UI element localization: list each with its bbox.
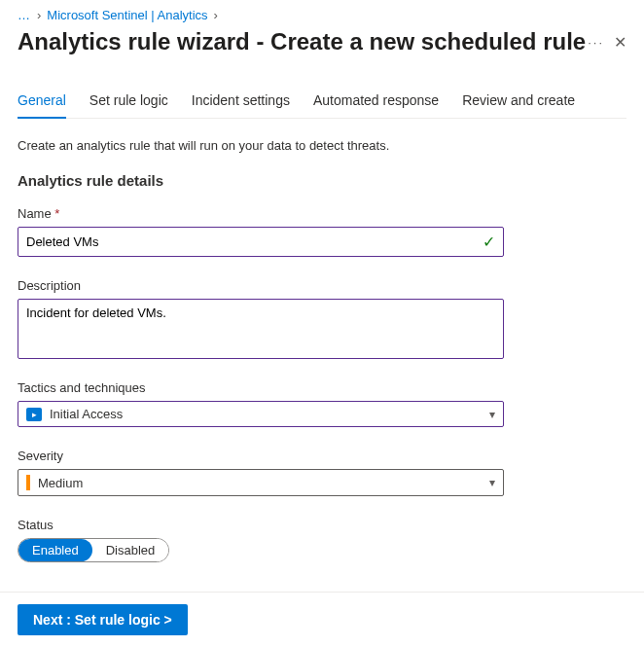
next-button[interactable]: Next : Set rule logic >: [18, 604, 188, 635]
chevron-down-icon: ▾: [489, 476, 495, 489]
status-toggle: Enabled Disabled: [18, 538, 169, 562]
title-row: Analytics rule wizard - Create a new sch…: [0, 22, 644, 65]
page-title: Analytics rule wizard - Create a new sch…: [18, 28, 586, 55]
intro-text: Create an analytics rule that will run o…: [18, 138, 626, 153]
chevron-right-icon: ›: [37, 8, 41, 22]
chevron-right-icon: ›: [214, 8, 218, 22]
tactics-value: Initial Access: [50, 407, 123, 421]
status-label: Status: [18, 518, 504, 532]
breadcrumb-link-sentinel[interactable]: Microsoft Sentinel | Analytics: [47, 8, 207, 22]
description-input[interactable]: [26, 306, 495, 349]
field-description: Description: [18, 278, 504, 359]
status-enabled-option[interactable]: Enabled: [18, 539, 92, 561]
checkmark-icon: ✓: [483, 233, 495, 251]
tactics-select[interactable]: ▸ Initial Access ▾: [18, 401, 504, 427]
more-actions-icon[interactable]: ···: [588, 35, 604, 50]
field-severity: Severity Medium ▾: [18, 449, 504, 496]
status-disabled-option[interactable]: Disabled: [92, 539, 169, 561]
tab-incident-settings[interactable]: Incident settings: [192, 85, 290, 118]
severity-select[interactable]: Medium ▾: [18, 469, 504, 496]
tab-review-create[interactable]: Review and create: [462, 85, 575, 118]
name-input[interactable]: [26, 234, 483, 249]
breadcrumb: … › Microsoft Sentinel | Analytics ›: [0, 0, 644, 22]
tactic-icon: ▸: [26, 408, 42, 421]
chevron-down-icon: ▾: [489, 408, 495, 421]
name-label: Name *: [18, 206, 504, 221]
name-input-wrap: ✓: [18, 227, 504, 257]
tab-set-rule-logic[interactable]: Set rule logic: [89, 85, 168, 118]
tab-bar: General Set rule logic Incident settings…: [18, 85, 626, 119]
section-title: Analytics rule details: [18, 172, 626, 189]
close-icon[interactable]: ✕: [614, 33, 626, 52]
severity-value: Medium: [38, 476, 83, 490]
field-name: Name * ✓: [18, 206, 504, 257]
severity-label: Severity: [18, 449, 504, 463]
tab-automated-response[interactable]: Automated response: [313, 85, 439, 118]
severity-color-icon: [26, 475, 30, 490]
breadcrumb-overflow[interactable]: …: [18, 8, 31, 22]
field-status: Status Enabled Disabled: [18, 518, 504, 562]
content-scroll[interactable]: General Set rule logic Incident settings…: [0, 84, 644, 589]
tactics-label: Tactics and techniques: [18, 380, 504, 395]
required-indicator: *: [54, 206, 59, 221]
field-tactics: Tactics and techniques ▸ Initial Access …: [18, 380, 504, 427]
description-wrap: [18, 299, 504, 359]
footer-bar: Next : Set rule logic >: [0, 592, 644, 647]
tab-general[interactable]: General: [18, 85, 66, 118]
description-label: Description: [18, 278, 504, 293]
